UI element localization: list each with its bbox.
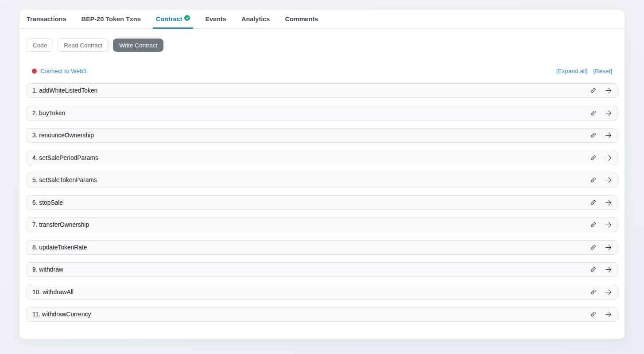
function-row-transferOwnership[interactable]: 7. transferOwnership — [27, 218, 617, 232]
expand-arrow-icon[interactable] — [605, 177, 612, 183]
write-contract-content: Code Read Contract Write Contract Connec… — [19, 29, 625, 322]
function-label: 5. setSaleTokenParams — [32, 177, 582, 183]
connect-to-web3-link[interactable]: Connect to Web3 — [40, 68, 86, 74]
tab-comments[interactable]: Comments — [285, 10, 318, 28]
expand-arrow-icon[interactable] — [605, 110, 612, 117]
expand-arrow-icon[interactable] — [605, 244, 612, 251]
function-row-withdraw[interactable]: 9. withdraw — [27, 262, 617, 277]
contract-subnav: Code Read Contract Write Contract — [27, 39, 617, 52]
connection-status-dot — [32, 69, 37, 74]
function-label: 1. addWhiteListedToken — [32, 87, 582, 94]
permalink-icon[interactable] — [590, 222, 597, 228]
read-contract-button[interactable]: Read Contract — [58, 39, 109, 52]
tab-label: Transactions — [27, 16, 66, 23]
tab-bep20-token-txns[interactable]: BEP-20 Token Txns — [81, 10, 140, 28]
tab-label: Contract — [156, 16, 182, 23]
function-label: 7. transferOwnership — [32, 222, 582, 228]
function-row-setSalePeriodParams[interactable]: 4. setSalePeriodParams — [27, 151, 617, 165]
tab-label: Comments — [285, 16, 318, 23]
tab-events[interactable]: Events — [205, 10, 226, 28]
expand-arrow-icon[interactable] — [605, 222, 612, 228]
permalink-icon[interactable] — [590, 266, 597, 273]
function-label: 2. buyToken — [32, 110, 582, 117]
expand-all-link[interactable]: [Expand all] — [556, 68, 588, 74]
function-label: 10. withdrawAll — [32, 289, 582, 296]
function-label: 11. withdrawCurrency — [32, 311, 582, 318]
expand-arrow-icon[interactable] — [605, 199, 612, 206]
permalink-icon[interactable] — [590, 110, 597, 117]
permalink-icon[interactable] — [590, 132, 597, 139]
permalink-icon[interactable] — [590, 87, 597, 94]
function-row-buyToken[interactable]: 2. buyToken — [27, 106, 617, 121]
permalink-icon[interactable] — [590, 155, 597, 161]
tab-contract[interactable]: Contract — [156, 10, 190, 28]
reset-link[interactable]: [Reset] — [593, 68, 612, 74]
tab-bar: Transactions BEP-20 Token Txns Contract … — [19, 10, 625, 29]
function-row-updateTokenRate[interactable]: 8. updateTokenRate — [27, 240, 617, 255]
function-label: 4. setSalePeriodParams — [32, 155, 582, 161]
expand-arrow-icon[interactable] — [605, 87, 612, 94]
permalink-icon[interactable] — [590, 244, 597, 251]
function-row-renounceOwnership[interactable]: 3. renounceOwnership — [27, 128, 617, 143]
expand-arrow-icon[interactable] — [605, 311, 612, 318]
function-row-setSaleTokenParams[interactable]: 5. setSaleTokenParams — [27, 173, 617, 187]
tab-label: BEP-20 Token Txns — [81, 16, 140, 23]
function-label: 3. renounceOwnership — [32, 132, 582, 139]
function-label: 6. stopSale — [32, 199, 582, 206]
connect-toolbar: Connect to Web3 [Expand all] [Reset] — [27, 66, 617, 75]
function-row-stopSale[interactable]: 6. stopSale — [27, 195, 617, 210]
function-row-addWhiteListedToken[interactable]: 1. addWhiteListedToken — [27, 83, 617, 98]
tab-transactions[interactable]: Transactions — [27, 10, 66, 28]
code-button[interactable]: Code — [27, 39, 53, 52]
expand-arrow-icon[interactable] — [605, 266, 612, 273]
function-row-withdrawCurrency[interactable]: 11. withdrawCurrency — [27, 307, 617, 322]
permalink-icon[interactable] — [590, 289, 597, 296]
expand-arrow-icon[interactable] — [605, 289, 612, 296]
expand-arrow-icon[interactable] — [605, 132, 612, 139]
function-label: 8. updateTokenRate — [32, 244, 582, 251]
permalink-icon[interactable] — [590, 177, 597, 183]
tab-label: Events — [205, 16, 226, 23]
tab-analytics[interactable]: Analytics — [241, 10, 270, 28]
write-functions-list: 1. addWhiteListedToken 2. buyToken 3. re… — [27, 83, 617, 322]
function-label: 9. withdraw — [32, 266, 582, 273]
permalink-icon[interactable] — [590, 311, 597, 318]
write-contract-button[interactable]: Write Contract — [113, 39, 163, 52]
expand-arrow-icon[interactable] — [605, 155, 612, 161]
tab-label: Analytics — [241, 16, 270, 23]
verified-check-icon — [184, 15, 190, 21]
contract-panel: Transactions BEP-20 Token Txns Contract … — [19, 10, 625, 339]
function-row-withdrawAll[interactable]: 10. withdrawAll — [27, 285, 617, 300]
permalink-icon[interactable] — [590, 199, 597, 206]
toolbar-right-links: [Expand all] [Reset] — [556, 68, 612, 74]
